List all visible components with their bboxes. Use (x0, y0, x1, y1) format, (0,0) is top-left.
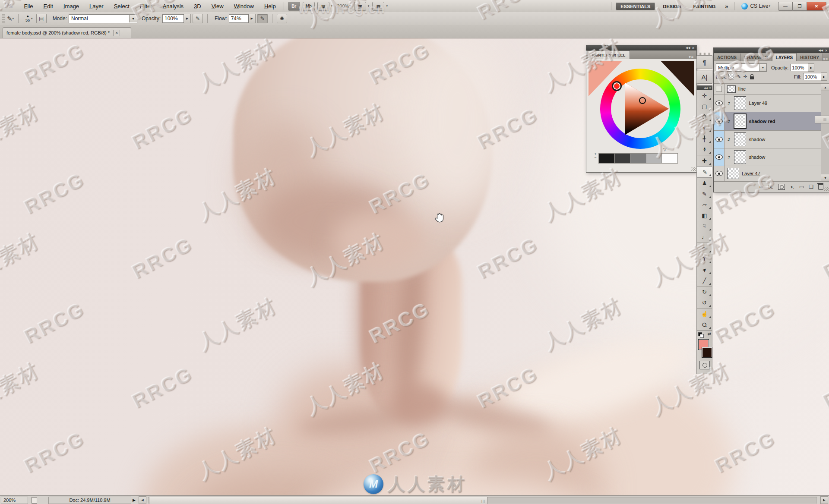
collapse-icon[interactable]: ◀◀ (704, 86, 708, 89)
menu-file[interactable]: File (19, 3, 38, 9)
3d-object-rotate-tool[interactable]: ↻ (697, 286, 712, 297)
clone-stamp-tool[interactable]: ♟ (697, 178, 712, 189)
tab-channels[interactable]: CHANNELS (740, 54, 772, 61)
menu-image[interactable]: Image (58, 3, 84, 9)
workspace-design[interactable]: DESIGN (658, 3, 685, 10)
zoom-tool[interactable]: Ϙ (697, 319, 712, 330)
chevron-down-icon[interactable]: ▾ (331, 4, 333, 8)
visibility-toggle[interactable] (714, 84, 725, 94)
toggle-brush-panel-button[interactable]: ▤ (36, 14, 47, 23)
visibility-toggle[interactable] (714, 148, 725, 166)
3d-camera-rotate-tool[interactable]: ↺ (697, 297, 712, 308)
chevron-down-icon[interactable]: ▾ (368, 4, 370, 8)
marquee-tool[interactable]: ▢ (697, 101, 712, 112)
quick-selection-tool[interactable]: ✦ (697, 123, 712, 133)
menu-window[interactable]: Window (229, 3, 259, 9)
panel-title-bar[interactable]: ◀◀ ✕ (586, 45, 696, 50)
scrollbar-thumb[interactable]: ||| (815, 116, 829, 123)
gradient-tool[interactable]: ◧ (697, 210, 712, 221)
layer-thumbnail[interactable] (734, 132, 746, 146)
visibility-toggle[interactable] (714, 112, 725, 130)
tab-painterswheel[interactable]: PAINTERSWHEEL (587, 50, 630, 59)
ramp-step[interactable] (662, 154, 677, 163)
bridge-button[interactable]: Br (288, 2, 300, 11)
ramp-step[interactable] (599, 154, 615, 163)
opacity-slider-button[interactable]: ▶ (184, 14, 191, 23)
close-icon[interactable]: ✕ (692, 46, 695, 50)
menu-help[interactable]: Help (259, 3, 281, 9)
close-icon[interactable]: ✕ (825, 49, 828, 53)
tab-layers[interactable]: LAYERS (772, 53, 797, 61)
brush-tool-preset-icon[interactable]: ✐ (5, 16, 13, 22)
value-ramp[interactable] (598, 153, 678, 164)
ramp-step[interactable] (646, 154, 662, 163)
layer-name[interactable]: Layer 47 (742, 171, 760, 176)
panel-menu-icon[interactable]: ▾≡ (689, 55, 696, 59)
screen-mode-icon[interactable]: ▣ (372, 2, 384, 11)
status-options-icon[interactable]: ▶ (133, 498, 136, 502)
layer-name[interactable]: Layer 49 (749, 101, 767, 106)
tab-history[interactable]: HISTORY (797, 54, 823, 61)
ramp-step[interactable] (615, 154, 631, 163)
toolbar-title-bar[interactable]: ◀◀ ✕ (696, 85, 712, 90)
menu-3d[interactable]: 3D (189, 3, 206, 9)
paragraph-panel-icon[interactable]: ¶ (696, 55, 712, 69)
lock-transparency-icon[interactable] (728, 74, 734, 79)
lock-position-icon[interactable]: ✛ (744, 74, 747, 79)
crop-tool[interactable]: ╃ (697, 133, 712, 144)
character-panel-icon[interactable]: A| (696, 70, 712, 84)
sv-selector[interactable] (639, 97, 646, 104)
hand-tool[interactable]: ☝ (697, 308, 712, 319)
airbrush-toggle-icon[interactable]: ✺ (277, 14, 287, 23)
link-layers-icon[interactable]: ∞ (759, 184, 763, 189)
history-brush-tool[interactable]: ✎ (697, 189, 712, 199)
layer-row-shadow-red[interactable]: ↵shadow red (714, 112, 821, 131)
line-tool[interactable]: ╱ (697, 275, 712, 286)
menu-filter[interactable]: Filter (135, 3, 158, 9)
visibility-toggle[interactable] (714, 166, 725, 181)
workspace-overflow-icon[interactable]: » (725, 3, 728, 9)
resize-grip[interactable] (824, 187, 829, 191)
layer-opacity-input[interactable]: 100% (790, 64, 808, 71)
hue-selector[interactable] (612, 81, 622, 91)
flow-input[interactable]: 74% (229, 14, 249, 23)
move-tool[interactable]: ✛ (697, 90, 712, 101)
layer-name[interactable]: line (738, 86, 746, 91)
visibility-toggle[interactable] (714, 94, 725, 112)
menu-layer[interactable]: Layer (84, 3, 109, 9)
tab-actions[interactable]: ACTIONS (714, 54, 740, 61)
arrange-documents-icon[interactable]: ▦ (354, 2, 366, 11)
lock-all-icon[interactable] (750, 76, 754, 79)
mini-bridge-button[interactable]: Mb (303, 2, 315, 11)
layers-scrollbar[interactable]: ▲ ||| ▼ (821, 84, 829, 181)
tablet-opacity-icon[interactable]: ✎ (193, 14, 203, 23)
layer-name[interactable]: shadow (749, 137, 765, 142)
scroll-left-icon[interactable]: ◀ (139, 496, 146, 504)
close-icon[interactable]: ✕ (709, 86, 711, 89)
scroll-down-icon[interactable]: ▼ (821, 174, 829, 181)
scroll-up-icon[interactable]: ▲ (821, 84, 829, 91)
view-extras-icon[interactable]: ▤ (317, 2, 329, 11)
brush-tool[interactable]: ✐ (697, 166, 712, 178)
collapse-icon[interactable]: ◀◀ (819, 49, 823, 52)
horizontal-scrollbar-thumb[interactable]: ||| (149, 497, 487, 504)
layer-row-shadow[interactable]: ↵shadow (714, 131, 821, 148)
lasso-tool[interactable]: Ϙ (697, 112, 712, 123)
layer-row-shadow[interactable]: ↵shadow (714, 148, 821, 166)
chevron-down-icon[interactable]: ▾ (31, 17, 33, 20)
new-layer-icon[interactable]: ❏ (809, 184, 813, 189)
restore-button[interactable]: ❐ (793, 2, 807, 11)
menu-analysis[interactable]: Analysis (158, 3, 189, 9)
ramp-plus-minus[interactable]: +− (593, 152, 598, 159)
minimize-button[interactable]: — (778, 2, 793, 11)
horizontal-scrollbar[interactable]: ||| (148, 497, 817, 504)
eyedropper-tool[interactable]: ✒ (697, 144, 712, 155)
quick-mask-button[interactable] (699, 361, 710, 369)
layer-thumbnail[interactable] (727, 85, 736, 93)
brush-tip-preview[interactable]: ● 56 (25, 15, 30, 22)
layer-name[interactable]: shadow red (749, 119, 775, 124)
pen-tool[interactable]: ✑ (697, 243, 712, 254)
cs-live-button[interactable]: CS Live ▾ (741, 3, 772, 9)
panel-menu-icon[interactable]: ▾≡ (823, 57, 829, 61)
menu-select[interactable]: Select (109, 3, 135, 9)
